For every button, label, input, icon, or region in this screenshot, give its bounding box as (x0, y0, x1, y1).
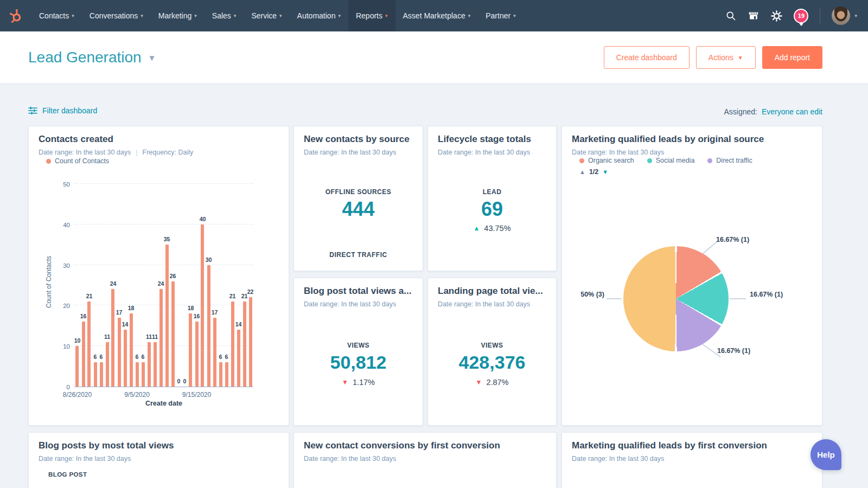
bar[interactable] (231, 301, 234, 387)
gridline (74, 224, 253, 224)
nav-item-partner[interactable]: Partner▾ (478, 0, 523, 31)
marketplace-button[interactable] (748, 10, 760, 22)
bar[interactable] (207, 265, 210, 387)
card-subtitle: Date range: In the last 30 days|Frequenc… (39, 149, 279, 156)
bar-value-label: 17 (207, 309, 223, 316)
legend-prev-button[interactable]: ▲ (579, 169, 585, 175)
bar[interactable] (118, 318, 121, 387)
bar[interactable] (201, 224, 204, 387)
chevron-down-icon: ▾ (385, 13, 388, 18)
nav-item-conversations[interactable]: Conversations▾ (82, 0, 151, 31)
bar[interactable] (219, 362, 222, 387)
bar[interactable] (213, 318, 216, 387)
card-title: Landing page total vie... (438, 286, 546, 297)
legend-item-social-media[interactable]: Social media (647, 157, 695, 164)
bar[interactable] (243, 301, 246, 387)
bar[interactable] (195, 322, 199, 387)
nav-item-label: Marketing (158, 11, 192, 20)
bar[interactable] (124, 330, 127, 387)
pie-slice-label: 16.67% (1) (716, 236, 749, 243)
pie-chart[interactable] (623, 246, 729, 351)
bar[interactable] (237, 330, 240, 387)
bar[interactable] (82, 322, 85, 387)
bar[interactable] (154, 342, 157, 387)
bar[interactable] (171, 281, 175, 387)
account-menu[interactable]: ▾ (832, 7, 857, 25)
help-button[interactable]: Help (810, 439, 841, 470)
search-button[interactable] (725, 10, 736, 21)
date-range: Date range: In the last 30 days (39, 149, 131, 156)
card-subtitle: Date range: In the last 30 days (304, 300, 413, 308)
filter-dashboard-link[interactable]: Filter dashboard (28, 106, 97, 115)
gridline (74, 183, 253, 184)
gridline (74, 265, 253, 265)
actions-button[interactable]: Actions ▼ (696, 46, 756, 69)
nav-menu: Contacts▾Conversations▾Marketing▾Sales▾S… (31, 0, 524, 31)
nav-item-asset-marketplace[interactable]: Asset Marketplace▾ (395, 0, 478, 31)
bar[interactable] (189, 313, 192, 387)
bar[interactable] (148, 342, 151, 387)
triangle-up-icon: ▲ (473, 224, 480, 232)
card-new-contact-conversions: New contact conversions by first convers… (293, 432, 557, 488)
nav-item-label: Contacts (39, 11, 69, 20)
bar[interactable] (142, 362, 145, 387)
nav-item-service[interactable]: Service▾ (244, 0, 289, 31)
card-title: Blog post total views a... (304, 286, 413, 297)
card-title: New contact conversions by first convers… (304, 440, 546, 451)
legend-item-organic-search[interactable]: Organic search (579, 157, 634, 164)
legend-label: Organic search (588, 157, 634, 164)
nav-item-label: Partner (486, 11, 510, 20)
bar[interactable] (249, 297, 252, 387)
assigned-value-link[interactable]: Everyone can edit (762, 107, 822, 116)
add-report-button[interactable]: Add report (762, 46, 822, 69)
pie-slice-label: 50% (3) (570, 291, 604, 298)
card-subtitle: Date range: In the last 30 days (39, 455, 279, 463)
bar[interactable] (130, 313, 133, 387)
card-subtitle: Date range: In the last 30 days (304, 149, 413, 156)
nav-item-sales[interactable]: Sales▾ (205, 0, 244, 31)
legend-dot (647, 158, 652, 163)
callout-line (607, 298, 622, 299)
triangle-down-icon: ▼ (342, 378, 348, 386)
bar[interactable] (106, 342, 109, 387)
legend-next-button[interactable]: ▼ (602, 169, 608, 175)
nav-item-marketing[interactable]: Marketing▾ (151, 0, 205, 31)
chevron-down-icon: ▾ (72, 13, 74, 18)
bar[interactable] (111, 289, 114, 387)
bar[interactable] (225, 362, 228, 387)
hubspot-logo-icon[interactable] (0, 0, 31, 31)
bar-value-label: 22 (242, 288, 259, 295)
chevron-down-icon: ▼ (738, 55, 743, 61)
settings-button[interactable] (771, 10, 782, 22)
card-title: New contacts by source (304, 134, 413, 145)
legend-page-label: 1/2 (589, 168, 598, 176)
dashboard-title-dropdown[interactable]: Lead Generation ▼ (28, 49, 156, 66)
bar[interactable] (165, 245, 169, 387)
card-landing-page-total-views: Landing page total vie... Date range: In… (427, 278, 557, 426)
delta-row: ▼ 2.87% (428, 378, 556, 387)
nav-item-reports[interactable]: Reports▾ (348, 0, 395, 31)
nav-item-label: Service (251, 11, 277, 20)
bar[interactable] (100, 362, 103, 387)
notifications-button[interactable]: 19 (794, 9, 808, 23)
bar[interactable] (136, 362, 139, 387)
nav-item-contacts[interactable]: Contacts▾ (31, 0, 82, 31)
top-nav: Contacts▾Conversations▾Marketing▾Sales▾S… (0, 0, 868, 31)
bar[interactable] (159, 289, 163, 387)
nav-item-label: Sales (212, 11, 231, 20)
bar-value-label: 35 (159, 236, 175, 242)
create-dashboard-button[interactable]: Create dashboard (604, 46, 690, 69)
bar-value-label: 24 (105, 280, 121, 287)
chart-legend[interactable]: Count of Contacts (46, 157, 109, 165)
bar[interactable] (87, 301, 91, 387)
nav-item-automation[interactable]: Automation▾ (290, 0, 348, 31)
stat-value: 444 (294, 198, 423, 221)
bar[interactable] (94, 362, 97, 387)
y-tick-label: 30 (54, 262, 70, 269)
legend-item-direct-traffic[interactable]: Direct traffic (707, 157, 752, 164)
bar[interactable] (75, 346, 79, 387)
chevron-down-icon: ▾ (468, 13, 471, 18)
card-subtitle: Date range: In the last 30 days (304, 455, 546, 463)
delta-row: ▲ 43.75% (428, 224, 556, 233)
card-mql-by-first-conversion: Marketing qualified leads by first conve… (561, 432, 822, 488)
